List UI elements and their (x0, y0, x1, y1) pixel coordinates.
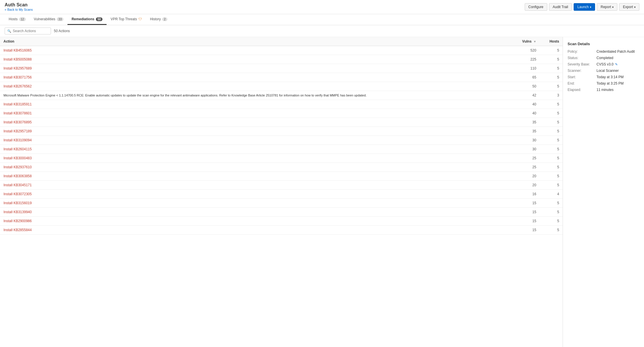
action-link[interactable]: Install KB2957189 (3, 129, 32, 133)
action-link[interactable]: Install KB3078601 (3, 111, 32, 115)
table-row[interactable]: Install KB2676562505 (0, 82, 563, 91)
hosts-cell: 5 (540, 118, 563, 127)
table-row[interactable]: Install KB3071756655 (0, 73, 563, 82)
search-box[interactable]: 🔍 (5, 28, 51, 34)
scan-detail-label: Scanner: (568, 69, 597, 73)
hosts-cell: 5 (540, 172, 563, 181)
configure-button[interactable]: Configure (525, 3, 547, 11)
scan-detail-value: Today at 3:14 PM (597, 75, 639, 79)
scan-detail-value: Credentialed Patch Audit (597, 50, 639, 54)
action-link[interactable]: Install KB3000483 (3, 156, 32, 160)
table-row[interactable]: Install KB3000483255 (0, 154, 563, 163)
hosts-cell: 5 (540, 226, 563, 235)
page-title: Auth Scan (5, 2, 33, 8)
table-row[interactable]: Install KB3185911405 (0, 100, 563, 109)
action-link[interactable]: Install KB3109094 (3, 138, 32, 142)
table-row[interactable]: Microsoft Malware Protection Engine < 1.… (0, 91, 563, 100)
action-link[interactable]: Install KB3063858 (3, 174, 32, 178)
table-row[interactable]: Install KB45160655205 (0, 46, 563, 55)
vulns-cell: 40 (511, 109, 540, 118)
scan-detail-label: Elapsed: (568, 88, 597, 92)
action-link[interactable]: Install KB3072305 (3, 192, 32, 196)
vulns-cell: 15 (511, 226, 540, 235)
scan-detail-value: Completed (597, 56, 639, 60)
action-link[interactable]: Install KB3045171 (3, 183, 32, 187)
table-row[interactable]: Install KB2957189355 (0, 127, 563, 136)
hosts-cell: 4 (540, 190, 563, 199)
edit-icon[interactable]: ✎ (615, 63, 618, 66)
actions-count: 50 Actions (54, 29, 70, 33)
scan-detail-label: Status: (568, 56, 597, 60)
vulns-cell: 25 (511, 163, 540, 172)
action-link[interactable]: Install KB3071756 (3, 75, 32, 79)
table-row[interactable]: Install KB3156019155 (0, 199, 563, 208)
scan-detail-row: Status:Completed (568, 56, 639, 60)
action-link[interactable]: Install KB3185911 (3, 102, 32, 106)
hosts-cell: 5 (540, 82, 563, 91)
hosts-cell: 5 (540, 64, 563, 73)
table-row[interactable]: Install KB2604115305 (0, 145, 563, 154)
tab-vulnerabilities-badge: 33 (57, 17, 63, 21)
action-link[interactable]: Install KB4516065 (3, 48, 32, 52)
action-link[interactable]: Install KB3156019 (3, 201, 32, 205)
tab-vulnerabilities[interactable]: Vulnerabilities33 (30, 14, 67, 25)
table-row[interactable]: Install KB3063858205 (0, 172, 563, 181)
action-link[interactable]: Install KB2937610 (3, 165, 32, 169)
table-row[interactable]: Install KB3076895355 (0, 118, 563, 127)
tab-history-label: History (150, 17, 161, 21)
action-link[interactable]: Install KB3139940 (3, 210, 32, 214)
main-layout: Action Vulns ▼ Hosts Install KB451606552… (0, 37, 644, 347)
action-link[interactable]: Install KB2604115 (3, 147, 32, 151)
vulns-cell: 30 (511, 145, 540, 154)
action-link[interactable]: Install KB2957689 (3, 66, 32, 70)
scan-detail-label: End: (568, 81, 597, 85)
export-button[interactable]: Export ▾ (619, 3, 639, 11)
table-row[interactable]: Install KB3045171205 (0, 181, 563, 190)
report-button[interactable]: Report ▾ (597, 3, 617, 11)
tab-remediations-badge: 50 (96, 17, 103, 21)
tab-history[interactable]: History2 (146, 14, 171, 25)
report-chevron-icon: ▾ (612, 6, 614, 9)
launch-chevron-icon: ▾ (590, 6, 591, 9)
vulns-cell: 15 (511, 208, 540, 217)
action-link[interactable]: Install KB5005088 (3, 57, 32, 61)
launch-button[interactable]: Launch ▾ (574, 3, 595, 11)
action-link[interactable]: Install KB2900986 (3, 219, 32, 223)
sort-icon: ▼ (533, 40, 536, 43)
scan-detail-value: Today at 3:25 PM (597, 81, 639, 85)
vulns-cell: 35 (511, 127, 540, 136)
top-bar-left: Auth Scan « Back to My Scans (5, 2, 33, 12)
back-link[interactable]: « Back to My Scans (5, 8, 33, 11)
table-row[interactable]: Install KB2937610255 (0, 163, 563, 172)
tab-vpr-top-threats[interactable]: VPR Top Threats🛡 (107, 14, 146, 25)
column-vulns[interactable]: Vulns ▼ (511, 37, 540, 46)
action-link[interactable]: Install KB2855844 (3, 228, 32, 232)
action-link[interactable]: Install KB3076895 (3, 120, 32, 124)
hosts-cell: 5 (540, 217, 563, 226)
scan-detail-row: Start:Today at 3:14 PM (568, 75, 639, 79)
vulns-cell: 16 (511, 190, 540, 199)
tab-vpr-top-threats-label: VPR Top Threats (111, 17, 137, 21)
hosts-cell: 5 (540, 163, 563, 172)
tab-remediations[interactable]: Remediations50 (67, 14, 107, 25)
table-row[interactable]: Install KB3139940155 (0, 208, 563, 217)
table-row[interactable]: Install KB3078601405 (0, 109, 563, 118)
vulns-cell: 50 (511, 82, 540, 91)
vulns-cell: 40 (511, 100, 540, 109)
vulns-cell: 65 (511, 73, 540, 82)
search-input[interactable] (13, 29, 47, 33)
hosts-cell: 5 (540, 145, 563, 154)
hosts-cell: 5 (540, 136, 563, 145)
table-row[interactable]: Install KB29576891105 (0, 64, 563, 73)
table-row[interactable]: Install KB50050882255 (0, 55, 563, 64)
table-row[interactable]: Install KB3109094305 (0, 136, 563, 145)
vulns-cell: 15 (511, 217, 540, 226)
tab-hosts[interactable]: Hosts12 (5, 14, 30, 25)
scan-detail-value: 11 minutes (597, 88, 639, 92)
table-row[interactable]: Install KB3072305164 (0, 190, 563, 199)
audit-trail-button[interactable]: Audit Trail (549, 3, 572, 11)
vulns-cell: 42 (511, 91, 540, 100)
table-row[interactable]: Install KB2900986155 (0, 217, 563, 226)
table-row[interactable]: Install KB2855844155 (0, 226, 563, 235)
action-link[interactable]: Install KB2676562 (3, 84, 32, 88)
